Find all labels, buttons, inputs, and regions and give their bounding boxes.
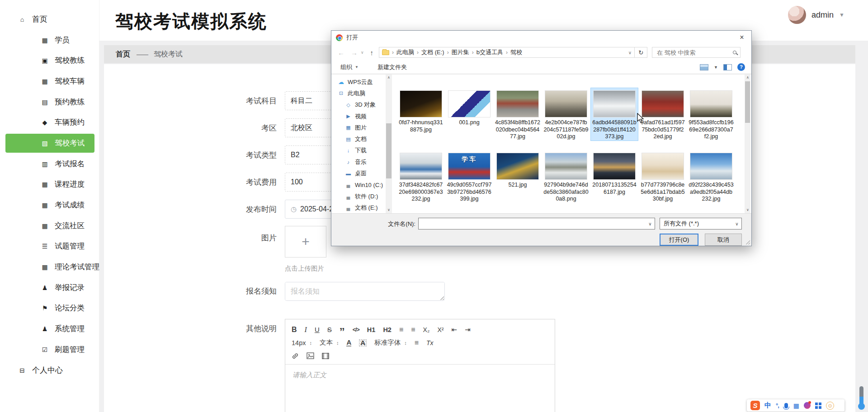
- sidebar-item-practice-mgmt[interactable]: ☑刷题管理: [0, 339, 99, 360]
- path-segment[interactable]: b交通工具: [476, 48, 503, 56]
- file-item[interactable]: 4e2b004ce787fb204c571187fe5b902d.jpg: [542, 88, 590, 140]
- apps-grid-icon[interactable]: [815, 403, 818, 405]
- heading2-icon[interactable]: H2: [383, 326, 392, 333]
- sidebar-item-theory-exam-mgmt[interactable]: ▦理论考试管理: [0, 257, 99, 277]
- file-item-selected[interactable]: 6adbd44588091b287fb08d1ff4120373.jpg: [591, 88, 638, 140]
- microphone-icon[interactable]: [784, 403, 788, 408]
- nav-item-music[interactable]: ♪音乐: [331, 156, 385, 168]
- refresh-icon[interactable]: ↻: [635, 47, 647, 58]
- search-box[interactable]: [652, 47, 741, 58]
- file-item[interactable]: 37df3482482fc6720e698000367e3232.jpg: [397, 150, 444, 203]
- clear-format-icon[interactable]: Tx: [426, 339, 434, 346]
- file-item[interactable]: 201807131352546187.jpg: [591, 150, 638, 203]
- scroll-thermometer-widget[interactable]: [858, 386, 865, 412]
- nav-item-this-pc[interactable]: ⊡此电脑: [331, 88, 385, 99]
- path-segment[interactable]: 图片集: [452, 48, 469, 56]
- cancel-button[interactable]: 取消: [705, 234, 742, 246]
- nav-item-wps-cloud[interactable]: ☁WPS云盘: [331, 76, 385, 88]
- strikethrough-icon[interactable]: S: [327, 326, 332, 333]
- file-item[interactable]: 001.png: [446, 88, 493, 140]
- path-segment[interactable]: 文档 (E:): [421, 48, 444, 56]
- history-caret-icon[interactable]: ∨: [361, 50, 364, 55]
- file-item[interactable]: 0fd7-hhnunsq3318875.jpg: [397, 88, 444, 140]
- heading1-icon[interactable]: H1: [367, 326, 376, 333]
- chevron-down-icon[interactable]: ∨: [646, 221, 655, 226]
- filename-combo[interactable]: ∨: [418, 218, 655, 229]
- path-segment[interactable]: 此电脑: [396, 48, 414, 56]
- sidebar-item-students[interactable]: ▦学员: [0, 30, 99, 51]
- file-item[interactable]: 521.jpg: [494, 150, 541, 203]
- font-size-select[interactable]: 14px↕: [292, 339, 312, 346]
- nav-item-drive-c[interactable]: ▄Win10 (C:): [331, 179, 385, 191]
- ordered-list-icon[interactable]: ≡: [399, 326, 403, 334]
- user-menu[interactable]: admin ▼: [788, 6, 844, 24]
- scroll-down-icon[interactable]: ∨: [386, 207, 392, 213]
- rich-text-editor[interactable]: B I U S ” </> H1 H2 ≡ ≡ X₂ X² ⇤ ⇥ 14px↕ …: [285, 319, 555, 412]
- sidebar-item-exam-scores[interactable]: ▦考试成绩: [0, 195, 99, 215]
- close-icon[interactable]: ×: [732, 31, 751, 44]
- code-icon[interactable]: </>: [353, 327, 359, 333]
- dialog-titlebar[interactable]: 打开: [331, 31, 751, 44]
- file-item[interactable]: d92f238c439c453a9edb2f05a44db232.jpg: [688, 150, 735, 203]
- bold-icon[interactable]: B: [292, 326, 297, 334]
- scroll-down-icon[interactable]: ∨: [745, 207, 751, 213]
- keyboard-icon[interactable]: ▦: [793, 402, 799, 409]
- emoji-icon[interactable]: ☺: [826, 402, 834, 410]
- editor-body[interactable]: 请输入正文: [285, 365, 555, 386]
- view-caret-icon[interactable]: ▼: [714, 65, 718, 70]
- back-icon[interactable]: ←: [338, 49, 344, 56]
- address-path[interactable]: › 此电脑 › 文档 (E:) › 图片集 › b交通工具 › 驾校 ∨: [379, 47, 635, 58]
- punctuation-icon[interactable]: °,: [776, 402, 779, 409]
- address-caret-icon[interactable]: ∨: [628, 50, 632, 55]
- sidebar-item-vehicle-booking[interactable]: ◆车辆预约: [0, 112, 99, 133]
- sidebar-item-driving-exam[interactable]: ▧驾校考试: [5, 134, 94, 153]
- help-icon[interactable]: ?: [737, 63, 745, 71]
- font-color-icon[interactable]: A: [346, 339, 351, 346]
- avatar[interactable]: [788, 6, 806, 24]
- organize-button[interactable]: 组织▼: [340, 63, 359, 71]
- preview-pane-icon[interactable]: [723, 64, 732, 70]
- breadcrumb-home[interactable]: 首页: [116, 50, 130, 59]
- sidebar-item-report-records[interactable]: ♟举报记录: [0, 277, 99, 298]
- paragraph-select[interactable]: 文本↕: [320, 338, 339, 347]
- image-icon[interactable]: [307, 352, 314, 359]
- sidebar-item-coaches[interactable]: ▣驾校教练: [0, 50, 99, 71]
- file-item[interactable]: 9f553ad8fccfb19669e266d87300a7f2.jpg: [688, 88, 735, 140]
- superscript-icon[interactable]: X²: [437, 326, 443, 333]
- sidebar-item-home[interactable]: ⌂首页: [0, 9, 99, 30]
- nav-item-3d-objects[interactable]: ◇3D 对象: [331, 99, 385, 111]
- nav-scrollbar[interactable]: ∧ ∨: [386, 75, 392, 213]
- unordered-list-icon[interactable]: ≡: [411, 326, 415, 334]
- sidebar-item-forum-categories[interactable]: ⚑论坛分类: [0, 298, 99, 319]
- sidebar-item-system-mgmt[interactable]: ♟系统管理: [0, 318, 99, 339]
- outdent-icon[interactable]: ⇤: [451, 326, 457, 334]
- notice-textarea[interactable]: [285, 282, 445, 301]
- sidebar-item-vehicles[interactable]: ▦驾校车辆: [0, 71, 99, 92]
- image-upload-button[interactable]: +: [285, 226, 326, 258]
- font-family-select[interactable]: 标准字体↕: [374, 338, 407, 347]
- scroll-up-icon[interactable]: ∧: [386, 75, 392, 81]
- nav-item-drive-e[interactable]: ▄文档 (E:): [331, 202, 385, 213]
- up-icon[interactable]: ↑: [370, 49, 374, 56]
- sidebar-item-coach-booking[interactable]: ▤预约教练: [0, 92, 99, 112]
- file-list-scrollbar[interactable]: ∧ ∨: [745, 75, 750, 213]
- scroll-up-icon[interactable]: ∧: [745, 75, 751, 81]
- link-icon[interactable]: [292, 352, 299, 360]
- sidebar-item-course-progress[interactable]: ▦课程进度: [0, 174, 99, 195]
- sidebar-item-question-mgmt[interactable]: ☰试题管理: [0, 236, 99, 257]
- sidebar-item-exam-signup[interactable]: ▥考试报名: [0, 154, 99, 174]
- forward-icon[interactable]: →: [351, 49, 358, 56]
- sogou-logo-icon[interactable]: S: [750, 401, 760, 410]
- nav-item-videos[interactable]: ▶视频: [331, 111, 385, 122]
- nav-item-desktop[interactable]: ▬桌面: [331, 168, 385, 179]
- scrollbar-thumb[interactable]: [745, 81, 750, 123]
- file-item[interactable]: 学车 49c9d0557ccf7973b97276bd46576399.jpg: [446, 150, 493, 203]
- filename-input[interactable]: [419, 218, 646, 229]
- chinese-mode-icon[interactable]: 中: [764, 401, 771, 410]
- scrollbar-thumb[interactable]: [386, 123, 392, 178]
- indent-icon[interactable]: ⇥: [465, 326, 471, 334]
- underline-icon[interactable]: U: [315, 326, 320, 333]
- sidebar-item-community[interactable]: ▦交流社区: [0, 215, 99, 236]
- filetype-select[interactable]: 所有文件 (*.*) ∨: [660, 218, 742, 229]
- file-item[interactable]: 9afad761ad1f59775bdc0d51779f22ed.jpg: [639, 88, 686, 140]
